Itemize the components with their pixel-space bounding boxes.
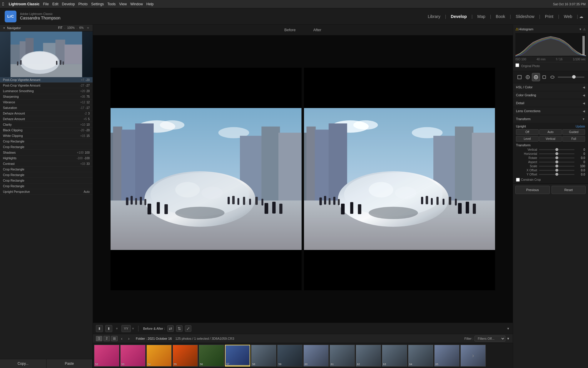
menu-help[interactable]: Help — [146, 2, 154, 6]
nav-develop[interactable]: Develop — [447, 13, 470, 20]
film-page-2[interactable]: 2 — [103, 336, 110, 341]
history-item-17[interactable]: Crop Rectangle — [0, 172, 93, 178]
constrain-crop-check[interactable] — [516, 178, 520, 182]
view-mode-btn-1[interactable]: ▮ — [96, 325, 103, 332]
history-item-14[interactable]: Highlights -100 -100 — [0, 155, 93, 161]
film-thumb-65[interactable]: 65 — [434, 345, 460, 367]
history-item-4[interactable]: Vibrance +12 12 — [0, 100, 93, 105]
swap-btn-1[interactable]: ⇄ — [167, 325, 174, 332]
transform-vertical-slider[interactable] — [539, 149, 574, 150]
upright-vertical-btn[interactable]: Vertical — [539, 136, 562, 142]
oval-tool-btn[interactable] — [548, 73, 557, 81]
copy-button[interactable]: Copy... — [0, 359, 46, 368]
history-item-19[interactable]: Crop Rectangle — [0, 183, 93, 189]
filter-dropdown-arrow[interactable]: ▼ — [507, 327, 510, 330]
history-item-20[interactable]: Upright Perspective Auto — [0, 189, 93, 195]
history-item-5[interactable]: Saturation -17 -17 — [0, 105, 93, 111]
film-thumb-57[interactable]: 57 — [225, 345, 250, 367]
history-item-6[interactable]: Dehaze Amount -2 3 — [0, 111, 93, 116]
history-item-18[interactable]: Crop Rectangle — [0, 178, 93, 183]
nav-opt-6[interactable]: 6% — [79, 26, 83, 30]
film-prev-btn[interactable]: ‹ — [119, 336, 125, 341]
history-item-3[interactable]: Sharpening +35 75 — [0, 94, 93, 100]
menu-photo[interactable]: Photo — [78, 2, 88, 6]
yy-btn[interactable]: YY — [121, 325, 131, 332]
nav-library[interactable]: Library — [424, 13, 444, 20]
detail-header[interactable]: Detail ◀ — [513, 99, 588, 107]
film-thumb-60[interactable]: 60 — [303, 345, 329, 367]
menu-window[interactable]: Window — [130, 2, 143, 6]
radial-tool-btn[interactable] — [532, 73, 540, 81]
history-item-16[interactable]: Crop Rectangle — [0, 167, 93, 172]
history-item-2[interactable]: Luminance Smoothing +20 20 — [0, 88, 93, 94]
film-thumb-64[interactable]: 64 — [408, 345, 433, 367]
transform-header[interactable]: Transform ▼ — [513, 115, 588, 123]
nav-opt-100[interactable]: 100% — [67, 26, 75, 30]
history-item-0[interactable]: Post-Crop Vignette Amount +7 -20 — [0, 77, 93, 83]
film-next-btn[interactable]: › — [126, 336, 132, 341]
color-grading-header[interactable]: Color Grading ◀ — [513, 91, 588, 99]
history-item-15[interactable]: Contrast +33 33 — [0, 161, 93, 167]
grid-view-btn[interactable]: ⊞ — [111, 336, 118, 341]
upright-guided-btn[interactable]: Guided — [562, 129, 585, 135]
history-panel[interactable]: Post-Crop Vignette Amount +7 -20 Post-Cr… — [0, 77, 93, 359]
film-thumb-59[interactable]: 59 — [277, 345, 303, 367]
film-thumb-62[interactable]: 62 — [356, 345, 381, 367]
square-tool-btn[interactable] — [540, 73, 548, 81]
nav-web[interactable]: Web — [560, 13, 576, 20]
history-item-8[interactable]: Clarity +10 10 — [0, 122, 93, 127]
film-thumb-54[interactable]: 54 — [146, 345, 172, 367]
upright-auto-btn[interactable]: Auto — [539, 129, 562, 135]
orig-photo-check[interactable] — [515, 63, 519, 67]
menu-view[interactable]: View — [119, 2, 127, 6]
menu-file[interactable]: File — [43, 2, 49, 6]
nav-map[interactable]: Map — [474, 13, 489, 20]
app-name[interactable]: Lightroom Classic — [9, 2, 40, 6]
swap-btn-3[interactable]: ⤢ — [185, 325, 191, 332]
histogram-arrow[interactable]: ▼ — [579, 28, 582, 31]
upright-level-btn[interactable]: Level — [516, 136, 539, 142]
history-item-9[interactable]: Black Clipping -20 -20 — [0, 127, 93, 133]
crop-tool-btn[interactable] — [515, 73, 524, 81]
history-item-1[interactable]: Post-Crop Vignette Amount -27 -27 — [0, 83, 93, 88]
upright-off-btn[interactable]: Off — [516, 129, 539, 135]
nav-print[interactable]: Print — [541, 13, 557, 20]
menu-edit[interactable]: Edit — [52, 2, 59, 6]
tool-slider[interactable] — [558, 77, 584, 78]
film-thumb-56[interactable]: 56 — [199, 345, 224, 367]
transform-rotate-slider[interactable] — [539, 158, 574, 158]
film-page-1[interactable]: 1 — [96, 336, 102, 341]
healing-tool-btn[interactable] — [524, 73, 532, 81]
view-mode-btn-2[interactable]: ▮ — [105, 325, 112, 332]
menu-tools[interactable]: Tools — [107, 2, 116, 6]
upright-update-btn[interactable]: Update — [576, 125, 585, 128]
film-thumb-52[interactable]: 52 — [94, 345, 119, 367]
film-thumb-55[interactable]: 55 — [173, 345, 198, 367]
hsl-color-header[interactable]: HSL / Color ◀ — [513, 83, 588, 91]
transform-aspect-slider[interactable] — [539, 162, 574, 163]
transform-xoffset-slider[interactable] — [539, 170, 574, 171]
paste-button[interactable]: Paste — [46, 359, 93, 368]
film-thumb-61[interactable]: 61 — [330, 345, 355, 367]
film-thumb-63[interactable]: 63 — [382, 345, 407, 367]
film-thumb-58[interactable]: 58 — [251, 345, 276, 367]
previous-button[interactable]: Previous — [515, 186, 550, 194]
swap-btn-2[interactable]: ⇅ — [176, 325, 183, 332]
nav-slideshow[interactable]: Slideshow — [512, 13, 538, 20]
cloud-icon[interactable]: ☁ — [579, 14, 583, 19]
upright-full-btn[interactable]: Full — [562, 136, 585, 142]
transform-scale-slider[interactable] — [539, 166, 574, 167]
history-item-12[interactable]: Crop Rectangle — [0, 144, 93, 150]
history-item-10[interactable]: White Clipping +15 15 — [0, 133, 93, 139]
menu-settings[interactable]: Settings — [91, 2, 104, 6]
nav-book[interactable]: Book — [492, 13, 509, 20]
film-thumb-53[interactable]: 53 — [120, 345, 146, 367]
history-item-11[interactable]: Crop Rectangle — [0, 139, 93, 144]
menu-develop[interactable]: Develop — [62, 2, 75, 6]
transform-yoffset-slider[interactable] — [539, 174, 574, 175]
transform-horizontal-slider[interactable] — [539, 153, 574, 154]
navigator-triangle[interactable]: ▼ — [3, 27, 5, 29]
film-thumb-next[interactable]: › — [460, 345, 486, 367]
filter-select[interactable]: Filters Off... — [475, 336, 505, 342]
nav-opt-fit[interactable]: FIT — [58, 26, 63, 30]
